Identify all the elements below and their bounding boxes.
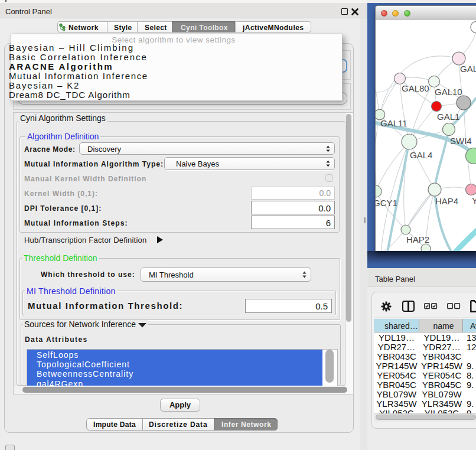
svg-text:HAP4: HAP4 xyxy=(435,196,458,206)
svg-text:GCY1: GCY1 xyxy=(376,198,397,208)
svg-text:SWI4: SWI4 xyxy=(450,136,472,146)
svg-text:GAL4: GAL4 xyxy=(410,150,432,160)
svg-text:GAL7: GAL7 xyxy=(460,64,476,74)
svg-text:GAL80: GAL80 xyxy=(402,83,429,93)
svg-text:GAL11: GAL11 xyxy=(380,118,407,128)
svg-text:YP: YP xyxy=(472,195,476,206)
svg-text:GAL1: GAL1 xyxy=(437,112,459,122)
svg-text:HAP2: HAP2 xyxy=(406,234,429,244)
svg-text:GAL10: GAL10 xyxy=(435,87,462,97)
